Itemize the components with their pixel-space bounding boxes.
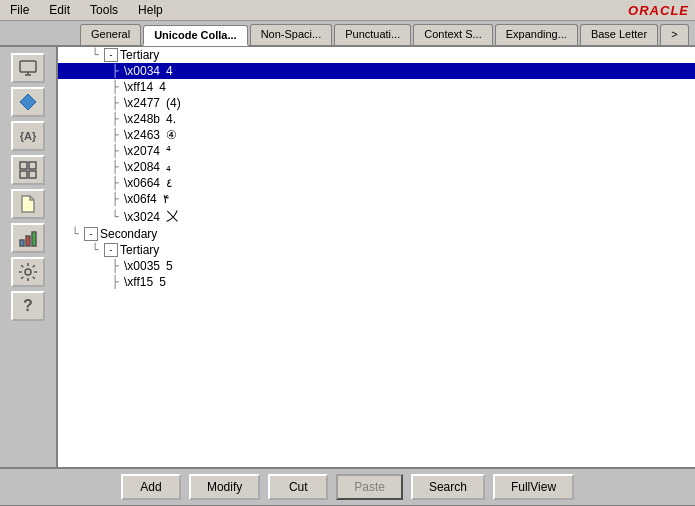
label-xff15: \xff15 [124,275,153,289]
value-x06f4: ۴ [163,192,169,206]
display-icon [18,58,38,78]
menu-edit[interactable]: Edit [45,2,74,18]
value-xff15: 5 [159,275,166,289]
tabbar: General Unicode Colla... Non-Spaci... Pu… [0,21,695,47]
tree-node-x0035[interactable]: ├ \x0035 5 [58,258,695,274]
tree-node-x248b[interactable]: ├ \x248b 4. [58,111,695,127]
diamond-icon [18,92,38,112]
tree-node-secondary[interactable]: └ - Secondary [58,226,695,242]
grid-icon [18,160,38,180]
expander-tertiary-2[interactable]: - [104,243,118,257]
value-x2463: ④ [166,128,177,142]
label-x2074: \x2074 [124,144,160,158]
cut-button[interactable]: Cut [268,474,328,500]
label-x06f4: \x06f4 [124,192,157,206]
menu-help[interactable]: Help [134,2,167,18]
menubar: File Edit Tools Help ORACLE [0,0,695,21]
toolbar-btn-help[interactable]: ? [11,291,45,321]
connector-x2074: ├ [108,144,122,158]
help-icon: ? [23,297,33,315]
tab-base-letter[interactable]: Base Letter [580,24,658,45]
svg-rect-5 [29,162,36,169]
connector-tertiary-1: └ [88,48,102,62]
tree-node-x0664[interactable]: ├ \x0664 ٤ [58,175,695,191]
tab-context-s[interactable]: Context S... [413,24,492,45]
tab-expanding[interactable]: Expanding... [495,24,578,45]
value-x2074: ⁴ [166,144,171,158]
tree-node-xff15[interactable]: ├ \xff15 5 [58,274,695,290]
connector-tertiary-2: └ [88,243,102,257]
tree-node-tertiary-1[interactable]: └ - Tertiary [58,47,695,63]
tab-extra[interactable]: > [660,24,688,45]
value-x248b: 4. [166,112,176,126]
value-x0034: 4 [166,64,173,78]
tree-node-x2084[interactable]: ├ \x2084 ₄ [58,159,695,175]
value-x0035: 5 [166,259,173,273]
paste-button[interactable]: Paste [336,474,403,500]
label-x248b: \x248b [124,112,160,126]
tree-node-x06f4[interactable]: ├ \x06f4 ۴ [58,191,695,207]
variable-icon: {A} [20,130,37,142]
toolbar-btn-2[interactable] [11,87,45,117]
left-toolbar: {A} [0,47,58,467]
value-x0664: ٤ [166,176,172,190]
add-button[interactable]: Add [121,474,181,500]
menu-file[interactable]: File [6,2,33,18]
label-x0034: \x0034 [124,64,160,78]
label-x2463: \x2463 [124,128,160,142]
expander-secondary[interactable]: - [84,227,98,241]
menubar-items: File Edit Tools Help [6,2,167,18]
tree-node-x2477[interactable]: ├ \x2477 (4) [58,95,695,111]
tree-node-xff14[interactable]: ├ \xff14 4 [58,79,695,95]
connector-x0664: ├ [108,176,122,190]
label-x3024: \x3024 [124,210,160,224]
svg-rect-0 [20,61,36,72]
modify-button[interactable]: Modify [189,474,260,500]
tab-punctuati[interactable]: Punctuati... [334,24,411,45]
connector-x0035: ├ [108,259,122,273]
svg-point-11 [25,269,31,275]
tree-node-x2074[interactable]: ├ \x2074 ⁴ [58,143,695,159]
label-tertiary-2: Tertiary [120,243,159,257]
search-button[interactable]: Search [411,474,485,500]
toolbar-btn-1[interactable] [11,53,45,83]
svg-rect-9 [26,236,30,246]
connector-xff14: ├ [108,80,122,94]
toolbar-btn-7[interactable] [11,257,45,287]
toolbar-btn-4[interactable] [11,155,45,185]
svg-rect-6 [20,171,27,178]
tree-node-x3024[interactable]: └ \x3024 〤 [58,207,695,226]
label-x2084: \x2084 [124,160,160,174]
tree-area: └ - Tertiary ├ \x0034 4 ├ \xff14 4 ├ \x2… [58,47,695,467]
svg-rect-7 [29,171,36,178]
toolbar-btn-6[interactable] [11,223,45,253]
svg-marker-3 [20,94,36,110]
tree-node-x2463[interactable]: ├ \x2463 ④ [58,127,695,143]
toolbar-btn-3[interactable]: {A} [11,121,45,151]
value-xff14: 4 [159,80,166,94]
value-x3024: 〤 [166,208,178,225]
tree-node-x0034[interactable]: ├ \x0034 4 [58,63,695,79]
toolbar-btn-5[interactable] [11,189,45,219]
tree-scroll[interactable]: └ - Tertiary ├ \x0034 4 ├ \xff14 4 ├ \x2… [58,47,695,467]
connector-x2084: ├ [108,160,122,174]
fullview-button[interactable]: FullView [493,474,574,500]
menu-tools[interactable]: Tools [86,2,122,18]
connector-x3024: └ [108,210,122,224]
main-layout: {A} [0,47,695,467]
label-x2477: \x2477 [124,96,160,110]
value-x2084: ₄ [166,160,171,174]
value-x2477: (4) [166,96,181,110]
connector-secondary: └ [68,227,82,241]
tree-node-tertiary-2[interactable]: └ - Tertiary [58,242,695,258]
expander-tertiary-1[interactable]: - [104,48,118,62]
tab-unicode-colla[interactable]: Unicode Colla... [143,25,248,46]
oracle-logo: ORACLE [628,3,689,18]
settings-icon [18,262,38,282]
connector-x2463: ├ [108,128,122,142]
svg-rect-8 [20,240,24,246]
tab-general[interactable]: General [80,24,141,45]
tab-non-spaci[interactable]: Non-Spaci... [250,24,333,45]
connector-x06f4: ├ [108,192,122,206]
label-secondary: Secondary [100,227,157,241]
